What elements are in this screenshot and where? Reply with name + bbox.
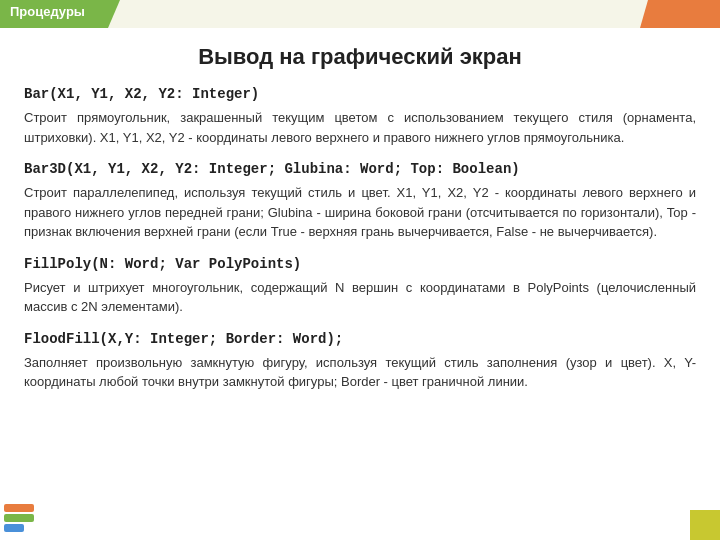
tab-bottom-right [690, 510, 720, 540]
function-signature-floodfill: FloodFill(X,Y: Integer; Border: Word); [24, 331, 696, 347]
functions-container: Bar(X1, Y1, X2, Y2: Integer)Строит прямо… [24, 86, 696, 392]
function-signature-bar3d: Bar3D(X1, Y1, X2, Y2: Integer; Glubina: … [24, 161, 696, 177]
function-desc-bar: Строит прямоугольник, закрашенный текущи… [24, 108, 696, 147]
function-desc-floodfill: Заполняет произвольную замкнутую фигуру,… [24, 353, 696, 392]
function-signature-bar: Bar(X1, Y1, X2, Y2: Integer) [24, 86, 696, 102]
page-title: Вывод на графический экран [24, 44, 696, 70]
top-label: Процедуры [10, 4, 85, 19]
function-desc-fillpoly: Рисует и штрихует многоугольник, содержа… [24, 278, 696, 317]
main-content: Вывод на графический экран Bar(X1, Y1, X… [0, 28, 720, 540]
tab-bottom-left [0, 500, 40, 540]
bottom-bar-3 [4, 524, 24, 532]
bottom-bar-2 [4, 514, 34, 522]
tab-top-right [640, 0, 720, 28]
function-desc-bar3d: Строит параллелепипед, используя текущий… [24, 183, 696, 242]
bottom-bar-1 [4, 504, 34, 512]
function-signature-fillpoly: FillPoly(N: Word; Var PolyPoints) [24, 256, 696, 272]
